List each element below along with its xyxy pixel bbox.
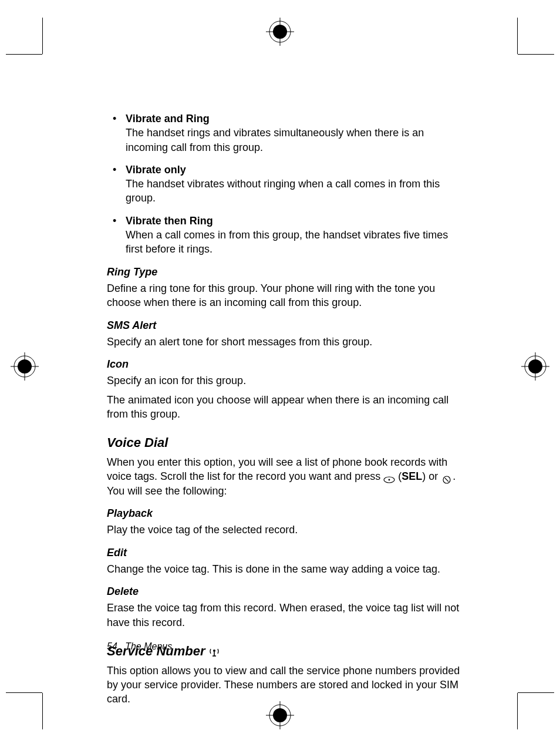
list-item-body: When a call comes in from this group, th… (126, 229, 448, 255)
paragraph: Change the voice tag. This is done in th… (107, 562, 466, 576)
crop-mark (6, 692, 42, 693)
registration-mark-icon (11, 352, 39, 381)
registration-mark-icon (266, 18, 294, 46)
crop-mark (42, 18, 43, 54)
subheading-edit: Edit (107, 546, 466, 560)
list-item-title: Vibrate only (126, 164, 186, 176)
page-number: 54 (107, 641, 117, 651)
list-item-body: The handset vibrates without ringing whe… (126, 178, 440, 204)
crop-mark (518, 692, 554, 693)
list-item-body: The handset rings and vibrates simultane… (126, 127, 424, 153)
registration-mark-icon (521, 352, 549, 381)
crop-mark (42, 693, 43, 729)
list-item: Vibrate and Ring The handset rings and v… (107, 112, 466, 154)
svg-line-19 (445, 478, 448, 482)
svg-point-20 (213, 650, 215, 652)
softkey-button-icon (383, 473, 395, 482)
footer-section: The Menus (125, 641, 172, 651)
paragraph: Specify an alert tone for short messages… (107, 335, 466, 349)
list-item-title: Vibrate and Ring (126, 113, 210, 124)
paragraph: Define a ring tone for this group. Your … (107, 281, 466, 310)
paragraph: Erase the voice tag from this record. Wh… (107, 601, 466, 630)
paragraph: The animated icon you choose will appear… (107, 393, 466, 422)
sel-label: SEL (402, 470, 422, 482)
paragraph: Play the voice tag of the selected recor… (107, 523, 466, 537)
list-item-title: Vibrate then Ring (126, 215, 213, 227)
subheading-ring-type: Ring Type (107, 265, 466, 279)
page-footer: 54 The Menus (107, 640, 172, 653)
svg-point-17 (389, 479, 390, 480)
paragraph: This option allows you to view and call … (107, 664, 466, 706)
ok-button-icon (441, 473, 453, 482)
list-item: Vibrate only The handset vibrates withou… (107, 163, 466, 206)
subheading-playback: Playback (107, 506, 466, 520)
page-content: Vibrate and Ring The handset rings and v… (107, 112, 466, 711)
list-item: Vibrate then Ring When a call comes in f… (107, 214, 466, 257)
paragraph: When you enter this option, you will see… (107, 455, 466, 498)
crop-mark (517, 18, 518, 54)
subheading-sms-alert: SMS Alert (107, 318, 466, 332)
antenna-icon (209, 646, 220, 656)
subheading-delete: Delete (107, 584, 466, 598)
subheading-icon: Icon (107, 357, 466, 371)
crop-mark (518, 54, 554, 55)
crop-mark (517, 693, 518, 729)
text-fragment: When you enter this option, you will see… (107, 456, 447, 482)
paragraph: Specify an icon for this group. (107, 374, 466, 388)
crop-mark (6, 54, 42, 55)
section-heading-voice-dial: Voice Dial (107, 434, 466, 452)
text-fragment: ) or (422, 470, 441, 482)
ring-mode-list: Vibrate and Ring The handset rings and v… (107, 112, 466, 257)
